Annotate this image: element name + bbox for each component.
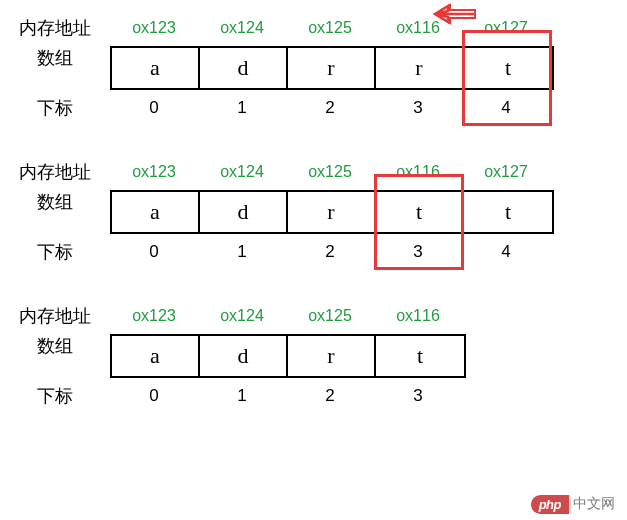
array-label: 数组 <box>0 190 110 234</box>
array-cells: a d r t t <box>110 190 554 234</box>
array-cell: d <box>200 192 288 232</box>
index-cell: 3 <box>374 242 462 262</box>
memory-address-label: 内存地址 <box>0 304 110 328</box>
address-row: 内存地址 ox123 ox124 ox125 ox116 <box>0 298 627 334</box>
address-cell: ox116 <box>374 19 462 37</box>
address-cell: ox124 <box>198 307 286 325</box>
array-label: 数组 <box>0 334 110 378</box>
array-label: 数组 <box>0 46 110 90</box>
array-cell: d <box>200 48 288 88</box>
array-cells: a d r t <box>110 334 466 378</box>
index-row: 下标 0 1 2 3 4 <box>0 234 627 270</box>
address-cell: ox123 <box>110 19 198 37</box>
memory-address-label: 内存地址 <box>0 160 110 184</box>
address-cells: ox123 ox124 ox125 ox116 <box>110 307 462 325</box>
watermark-logo: php <box>531 495 571 514</box>
address-cell: ox123 <box>110 307 198 325</box>
index-cells: 0 1 2 3 4 <box>110 242 550 262</box>
index-cell: 2 <box>286 98 374 118</box>
address-row: 内存地址 ox123 ox124 ox125 ox116 ox127 <box>0 154 627 190</box>
index-cell: 2 <box>286 242 374 262</box>
address-cell: ox124 <box>198 163 286 181</box>
array-cells: a d r r t <box>110 46 554 90</box>
index-cell: 4 <box>462 242 550 262</box>
array-cell: r <box>288 48 376 88</box>
array-diagram-block: 内存地址 ox123 ox124 ox125 ox116 数组 a d r t … <box>0 298 627 414</box>
array-cell: a <box>112 192 200 232</box>
index-cell: 1 <box>198 242 286 262</box>
index-cell: 0 <box>110 98 198 118</box>
address-row: 内存地址 ox123 ox124 ox125 ox116 ox127 <box>0 10 627 46</box>
index-cell: 3 <box>374 98 462 118</box>
index-cells: 0 1 2 3 <box>110 386 462 406</box>
watermark: php 中文网 <box>531 494 619 514</box>
address-cell: ox116 <box>374 163 462 181</box>
array-cell: r <box>288 192 376 232</box>
index-cell: 1 <box>198 98 286 118</box>
array-cell: t <box>376 336 464 376</box>
address-cell: ox116 <box>374 307 462 325</box>
array-cell: a <box>112 336 200 376</box>
array-row: 数组 a d r t <box>0 334 627 378</box>
address-cell: ox123 <box>110 163 198 181</box>
address-cells: ox123 ox124 ox125 ox116 ox127 <box>110 163 550 181</box>
index-label: 下标 <box>0 240 110 264</box>
index-row: 下标 0 1 2 3 <box>0 378 627 414</box>
index-cells: 0 1 2 3 4 <box>110 98 550 118</box>
array-cell: r <box>376 48 464 88</box>
index-cell: 3 <box>374 386 462 406</box>
array-cell: r <box>288 336 376 376</box>
index-cell: 0 <box>110 242 198 262</box>
array-cell: a <box>112 48 200 88</box>
array-cell: d <box>200 336 288 376</box>
index-cell: 0 <box>110 386 198 406</box>
watermark-site-text: 中文网 <box>569 494 619 514</box>
address-cell: ox124 <box>198 19 286 37</box>
array-cell: t <box>464 48 552 88</box>
address-cell: ox125 <box>286 163 374 181</box>
address-cell: ox127 <box>462 19 550 37</box>
array-diagram-block: 内存地址 ox123 ox124 ox125 ox116 ox127 数组 a … <box>0 154 627 270</box>
array-row: 数组 a d r t t <box>0 190 627 234</box>
array-row: 数组 a d r r t <box>0 46 627 90</box>
index-cell: 2 <box>286 386 374 406</box>
array-cell: t <box>464 192 552 232</box>
array-diagram-block: 内存地址 ox123 ox124 ox125 ox116 ox127 数组 a … <box>0 10 627 126</box>
address-cells: ox123 ox124 ox125 ox116 ox127 <box>110 19 550 37</box>
index-label: 下标 <box>0 384 110 408</box>
address-cell: ox127 <box>462 163 550 181</box>
address-cell: ox125 <box>286 19 374 37</box>
index-cell: 4 <box>462 98 550 118</box>
index-label: 下标 <box>0 96 110 120</box>
memory-address-label: 内存地址 <box>0 16 110 40</box>
address-cell: ox125 <box>286 307 374 325</box>
index-row: 下标 0 1 2 3 4 <box>0 90 627 126</box>
index-cell: 1 <box>198 386 286 406</box>
array-cell: t <box>376 192 464 232</box>
